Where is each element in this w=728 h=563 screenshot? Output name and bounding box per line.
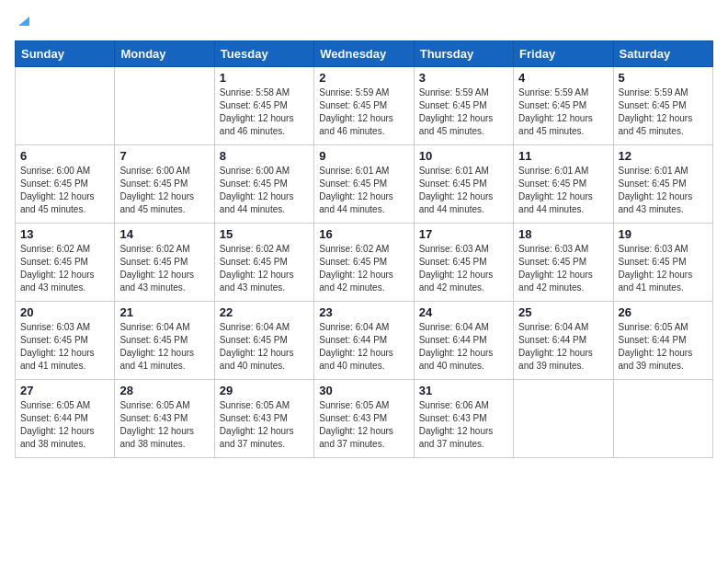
- calendar-day-cell: 8Sunrise: 6:00 AM Sunset: 6:45 PM Daylig…: [214, 145, 313, 224]
- calendar-day-cell: 11Sunrise: 6:01 AM Sunset: 6:45 PM Dayli…: [514, 145, 613, 224]
- day-info: Sunrise: 6:03 AM Sunset: 6:45 PM Dayligh…: [518, 243, 608, 294]
- day-info: Sunrise: 6:03 AM Sunset: 6:45 PM Dayligh…: [619, 243, 708, 294]
- calendar-day-cell: 19Sunrise: 6:03 AM Sunset: 6:45 PM Dayli…: [613, 224, 712, 302]
- day-number: 17: [419, 227, 508, 241]
- day-number: 8: [220, 149, 309, 163]
- day-of-week-header: Sunday: [16, 41, 115, 67]
- day-number: 12: [619, 149, 708, 163]
- day-info: Sunrise: 6:06 AM Sunset: 6:43 PM Dayligh…: [419, 399, 508, 451]
- calendar-day-cell: 30Sunrise: 6:05 AM Sunset: 6:43 PM Dayli…: [314, 380, 414, 458]
- day-number: 11: [518, 149, 608, 163]
- day-info: Sunrise: 5:59 AM Sunset: 6:45 PM Dayligh…: [419, 86, 508, 138]
- day-of-week-header: Tuesday: [214, 41, 313, 67]
- day-number: 2: [319, 71, 408, 85]
- calendar-day-cell: [613, 380, 712, 458]
- day-info: Sunrise: 6:02 AM Sunset: 6:45 PM Dayligh…: [119, 243, 209, 294]
- day-number: 13: [20, 227, 109, 241]
- calendar-table: SundayMondayTuesdayWednesdayThursdayFrid…: [15, 40, 713, 458]
- day-number: 6: [20, 149, 109, 163]
- calendar-day-cell: 3Sunrise: 5:59 AM Sunset: 6:45 PM Daylig…: [414, 67, 513, 145]
- day-info: Sunrise: 5:59 AM Sunset: 6:45 PM Dayligh…: [619, 86, 708, 138]
- day-info: Sunrise: 6:04 AM Sunset: 6:44 PM Dayligh…: [419, 321, 508, 373]
- day-info: Sunrise: 6:01 AM Sunset: 6:45 PM Dayligh…: [319, 165, 408, 216]
- day-of-week-header: Thursday: [414, 41, 513, 67]
- calendar-day-cell: 27Sunrise: 6:05 AM Sunset: 6:44 PM Dayli…: [16, 380, 115, 458]
- calendar-week-row: 6Sunrise: 6:00 AM Sunset: 6:45 PM Daylig…: [16, 145, 713, 224]
- calendar-day-cell: [115, 67, 214, 145]
- day-number: 27: [20, 384, 109, 397]
- day-info: Sunrise: 6:04 AM Sunset: 6:45 PM Dayligh…: [220, 321, 309, 373]
- day-number: 4: [518, 71, 608, 85]
- calendar-day-cell: 16Sunrise: 6:02 AM Sunset: 6:45 PM Dayli…: [314, 224, 414, 302]
- calendar-day-cell: 29Sunrise: 6:05 AM Sunset: 6:43 PM Dayli…: [214, 380, 313, 458]
- calendar-day-cell: [16, 67, 115, 145]
- day-number: 31: [419, 384, 508, 397]
- calendar-day-cell: 6Sunrise: 6:00 AM Sunset: 6:45 PM Daylig…: [16, 145, 115, 224]
- day-info: Sunrise: 6:03 AM Sunset: 6:45 PM Dayligh…: [20, 321, 109, 373]
- day-info: Sunrise: 5:59 AM Sunset: 6:45 PM Dayligh…: [518, 86, 608, 138]
- day-of-week-header: Wednesday: [314, 41, 414, 67]
- day-number: 23: [319, 305, 408, 319]
- day-info: Sunrise: 6:05 AM Sunset: 6:43 PM Dayligh…: [119, 399, 209, 451]
- day-number: 16: [319, 227, 408, 241]
- calendar-day-cell: 25Sunrise: 6:04 AM Sunset: 6:44 PM Dayli…: [514, 302, 613, 380]
- day-info: Sunrise: 6:01 AM Sunset: 6:45 PM Dayligh…: [419, 165, 508, 216]
- calendar-day-cell: 24Sunrise: 6:04 AM Sunset: 6:44 PM Dayli…: [414, 302, 513, 380]
- day-number: 22: [220, 305, 309, 319]
- day-number: 3: [419, 71, 508, 85]
- day-number: 1: [220, 71, 309, 85]
- day-info: Sunrise: 6:05 AM Sunset: 6:44 PM Dayligh…: [619, 321, 708, 373]
- day-number: 7: [119, 149, 209, 163]
- calendar-day-cell: 22Sunrise: 6:04 AM Sunset: 6:45 PM Dayli…: [214, 302, 313, 380]
- day-info: Sunrise: 6:04 AM Sunset: 6:44 PM Dayligh…: [518, 321, 608, 373]
- calendar-day-cell: 28Sunrise: 6:05 AM Sunset: 6:43 PM Dayli…: [115, 380, 214, 458]
- logo: [15, 15, 29, 31]
- calendar-day-cell: 18Sunrise: 6:03 AM Sunset: 6:45 PM Dayli…: [514, 224, 613, 302]
- calendar-day-cell: 2Sunrise: 5:59 AM Sunset: 6:45 PM Daylig…: [314, 67, 414, 145]
- calendar-day-cell: 17Sunrise: 6:03 AM Sunset: 6:45 PM Dayli…: [414, 224, 513, 302]
- day-number: 15: [220, 227, 309, 241]
- calendar-day-cell: 12Sunrise: 6:01 AM Sunset: 6:45 PM Dayli…: [613, 145, 712, 224]
- day-info: Sunrise: 6:01 AM Sunset: 6:45 PM Dayligh…: [518, 165, 608, 216]
- day-info: Sunrise: 6:02 AM Sunset: 6:45 PM Dayligh…: [20, 243, 109, 294]
- calendar-week-row: 1Sunrise: 5:58 AM Sunset: 6:45 PM Daylig…: [16, 67, 713, 145]
- day-number: 5: [619, 71, 708, 85]
- day-info: Sunrise: 6:04 AM Sunset: 6:44 PM Dayligh…: [319, 321, 408, 373]
- day-info: Sunrise: 5:59 AM Sunset: 6:45 PM Dayligh…: [319, 86, 408, 138]
- day-number: 25: [518, 305, 608, 319]
- calendar-week-row: 27Sunrise: 6:05 AM Sunset: 6:44 PM Dayli…: [16, 380, 713, 458]
- day-info: Sunrise: 6:00 AM Sunset: 6:45 PM Dayligh…: [119, 165, 209, 216]
- day-info: Sunrise: 6:00 AM Sunset: 6:45 PM Dayligh…: [20, 165, 109, 216]
- day-number: 9: [319, 149, 408, 163]
- svg-marker-0: [18, 17, 29, 26]
- calendar-header-row: SundayMondayTuesdayWednesdayThursdayFrid…: [16, 41, 713, 67]
- day-info: Sunrise: 5:58 AM Sunset: 6:45 PM Dayligh…: [220, 86, 309, 138]
- day-number: 24: [419, 305, 508, 319]
- day-number: 10: [419, 149, 508, 163]
- day-number: 18: [518, 227, 608, 241]
- day-info: Sunrise: 6:03 AM Sunset: 6:45 PM Dayligh…: [419, 243, 508, 294]
- calendar-day-cell: 23Sunrise: 6:04 AM Sunset: 6:44 PM Dayli…: [314, 302, 414, 380]
- day-number: 21: [119, 305, 209, 319]
- calendar-day-cell: 4Sunrise: 5:59 AM Sunset: 6:45 PM Daylig…: [514, 67, 613, 145]
- day-of-week-header: Saturday: [613, 41, 712, 67]
- day-of-week-header: Monday: [115, 41, 214, 67]
- calendar-day-cell: 15Sunrise: 6:02 AM Sunset: 6:45 PM Dayli…: [214, 224, 313, 302]
- day-number: 19: [619, 227, 708, 241]
- day-number: 26: [619, 305, 708, 319]
- calendar-day-cell: 14Sunrise: 6:02 AM Sunset: 6:45 PM Dayli…: [115, 224, 214, 302]
- calendar-day-cell: [514, 380, 613, 458]
- day-info: Sunrise: 6:02 AM Sunset: 6:45 PM Dayligh…: [319, 243, 408, 294]
- calendar-day-cell: 31Sunrise: 6:06 AM Sunset: 6:43 PM Dayli…: [414, 380, 513, 458]
- logo-arrow-icon: [17, 15, 29, 31]
- day-number: 28: [119, 384, 209, 397]
- day-of-week-header: Friday: [514, 41, 613, 67]
- calendar-day-cell: 7Sunrise: 6:00 AM Sunset: 6:45 PM Daylig…: [115, 145, 214, 224]
- day-number: 30: [319, 384, 408, 397]
- day-info: Sunrise: 6:05 AM Sunset: 6:43 PM Dayligh…: [220, 399, 309, 451]
- calendar-week-row: 20Sunrise: 6:03 AM Sunset: 6:45 PM Dayli…: [16, 302, 713, 380]
- day-info: Sunrise: 6:01 AM Sunset: 6:45 PM Dayligh…: [619, 165, 708, 216]
- calendar-day-cell: 1Sunrise: 5:58 AM Sunset: 6:45 PM Daylig…: [214, 67, 313, 145]
- day-number: 20: [20, 305, 109, 319]
- day-info: Sunrise: 6:05 AM Sunset: 6:43 PM Dayligh…: [319, 399, 408, 451]
